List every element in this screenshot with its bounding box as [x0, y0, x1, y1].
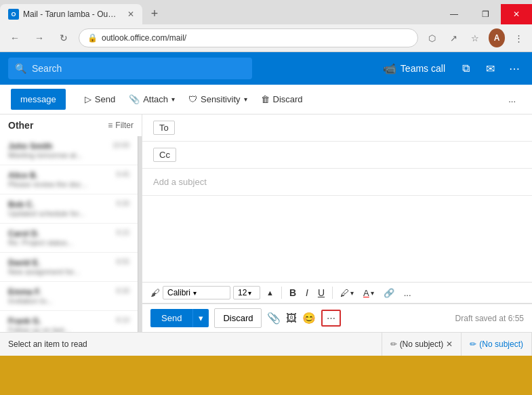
format-separator-1 [281, 287, 282, 299]
format-more-button[interactable]: ... [401, 286, 415, 300]
list-item[interactable]: Alice B.9:45 Please review the doc... [0, 165, 138, 194]
search-box[interactable]: 🔍 Search [8, 58, 252, 79]
more-options-icon[interactable]: ⋯ [505, 59, 524, 78]
address-input[interactable]: 🔒 outlook.office.com/mail/ [79, 28, 418, 47]
new-tab-button[interactable]: + [145, 4, 164, 23]
list-item[interactable]: Bob C.9:30 Updated schedule for... [0, 194, 138, 224]
link-button[interactable]: 🔗 [380, 286, 398, 300]
status-bar: Select an item to read ✏ (No subject) ✕ … [0, 332, 532, 356]
list-item[interactable]: Emma F.8:30 Invitation to... [0, 282, 138, 311]
pop-out-icon[interactable]: ⧉ [456, 59, 475, 78]
search-icon: 🔍 [15, 63, 26, 74]
search-placeholder: Search [32, 63, 62, 74]
minimize-button[interactable]: — [438, 4, 470, 24]
list-item[interactable]: Carol D.9:15 Re: Project status... [0, 224, 138, 253]
compose-toolbar: message ▷ Send 📎 Attach ▾ 🛡 Sensitivity … [0, 85, 532, 115]
edit-icon-1: ✏ [390, 339, 397, 349]
cc-button[interactable]: Cc [153, 148, 176, 162]
back-button[interactable]: ← [5, 28, 24, 47]
teams-call-button[interactable]: 📹 Teams call [377, 60, 451, 78]
new-message-tab[interactable]: message [11, 89, 66, 110]
underline-button[interactable]: U [314, 285, 328, 300]
filter-button[interactable]: ≡ Filter [108, 121, 134, 130]
outlook-app: 🔍 Search 📹 Teams call ⧉ ✉ ⋯ message ▷ Se… [0, 52, 532, 356]
discard-button[interactable]: Discard [214, 308, 262, 328]
refresh-button[interactable]: ↻ [54, 28, 73, 47]
sensitivity-button[interactable]: 🛡 Sensitivity ▾ [183, 91, 253, 107]
list-item[interactable]: David E.8:55 New assignment for... [0, 253, 138, 282]
profile-icon[interactable]: A [489, 30, 505, 46]
close-button[interactable]: ✕ [501, 4, 532, 24]
status-item-no-subject-1[interactable]: ✏ (No subject) ✕ [382, 333, 462, 356]
increase-size-button[interactable]: ▲ [263, 287, 277, 299]
send-button[interactable]: Send [150, 309, 192, 327]
emoji-icon[interactable]: 😊 [302, 312, 316, 325]
send-btn-group: Send ▾ [150, 309, 209, 327]
send-dropdown-button[interactable]: ▾ [192, 309, 209, 327]
to-input[interactable] [194, 123, 521, 133]
send-toolbar-button[interactable]: ▷ Send [79, 91, 121, 107]
no-subject-label-1: (No subject) [400, 339, 444, 349]
outlook-topbar: 🔍 Search 📹 Teams call ⧉ ✉ ⋯ [0, 52, 532, 85]
body-area[interactable] [142, 196, 532, 282]
restore-button[interactable]: ❒ [470, 4, 501, 24]
toolbar-more-button[interactable]: ... [503, 91, 521, 107]
subject-placeholder: Add a subject [153, 177, 207, 187]
topbar-actions: 📹 Teams call ⧉ ✉ ⋯ [377, 59, 524, 78]
scrollbar[interactable] [138, 136, 142, 332]
sensitivity-dropdown-icon: ▾ [244, 96, 247, 103]
font-dropdown-icon: ▾ [193, 289, 197, 297]
cc-row: Cc [142, 142, 532, 169]
format-toolbar: 🖌 Calibri ▾ 12 ▾ ▲ B I U 🖊 ▾ [142, 282, 532, 304]
italic-button[interactable]: I [302, 285, 312, 300]
compose-area: To Cc Add a subject 🖌 Calibri [142, 115, 532, 332]
tab-favicon: O [8, 9, 19, 20]
compose-icon[interactable]: ✉ [480, 59, 499, 78]
browser-chrome: O Mail - Tarun lamba - Outlook ✕ + — ❒ ✕… [0, 0, 532, 52]
discard-toolbar-button[interactable]: 🗑 Discard [255, 91, 308, 107]
highlight-button[interactable]: 🖊 ▾ [337, 286, 357, 300]
cc-input[interactable] [194, 150, 521, 160]
font-size: 12 [238, 288, 247, 297]
more-options-button[interactable]: ⋯ [321, 310, 341, 327]
status-item-select: Select an item to read [0, 333, 382, 356]
font-color-icon: A [363, 288, 369, 298]
subject-row[interactable]: Add a subject [142, 169, 532, 196]
image-icon[interactable]: 🖼 [286, 312, 297, 325]
bookmark-icon[interactable]: ☆ [467, 30, 483, 46]
attach-button[interactable]: 📎 Attach ▾ [123, 91, 180, 107]
font-color-button[interactable]: A ▾ [360, 286, 377, 300]
bold-button[interactable]: B [286, 285, 300, 300]
link-icon: 🔗 [384, 288, 394, 298]
browser-tab[interactable]: O Mail - Tarun lamba - Outlook ✕ [0, 4, 142, 24]
send-icon: ▷ [85, 94, 91, 104]
url-display: outlook.office.com/mail/ [102, 33, 186, 43]
tab-title: Mail - Tarun lamba - Outlook [23, 9, 118, 19]
draft-saved-text: Draft saved at 6:55 [455, 314, 524, 323]
tab-close-btn[interactable]: ✕ [127, 9, 134, 19]
font-color-dropdown: ▾ [371, 289, 374, 297]
no-subject-label-2: (No subject) [479, 339, 523, 349]
close-subject-1-button[interactable]: ✕ [446, 339, 453, 349]
status-item-no-subject-2[interactable]: ✏ (No subject) [462, 333, 532, 356]
filter-icon: ≡ [108, 121, 112, 130]
share-icon[interactable]: ↗ [445, 30, 462, 46]
size-selector[interactable]: 12 ▾ [233, 286, 260, 299]
attach-dropdown-icon: ▾ [171, 96, 175, 103]
highlight-icon: 🖊 [340, 288, 349, 298]
forward-button[interactable]: → [30, 28, 49, 47]
cast-icon[interactable]: ⬡ [424, 30, 440, 46]
menu-icon[interactable]: ⋮ [510, 30, 527, 46]
folder-header: Other ≡ Filter [0, 115, 142, 136]
font-selector[interactable]: Calibri ▾ [163, 286, 230, 299]
attach-icon: 📎 [129, 94, 140, 104]
profile-avatar[interactable]: A [489, 28, 505, 47]
list-item[interactable]: Frank G.8:10 Follow up on last... [0, 311, 138, 332]
list-item[interactable]: John Smith10:00 Meeting tomorrow at... [0, 136, 138, 165]
attach-icon[interactable]: 📎 [267, 312, 281, 325]
teams-call-icon: 📹 [383, 62, 396, 75]
to-button[interactable]: To [153, 121, 175, 135]
sensitivity-icon: 🛡 [188, 94, 197, 104]
mail-list: John Smith10:00 Meeting tomorrow at... A… [0, 136, 138, 332]
size-dropdown-icon: ▾ [248, 289, 251, 297]
